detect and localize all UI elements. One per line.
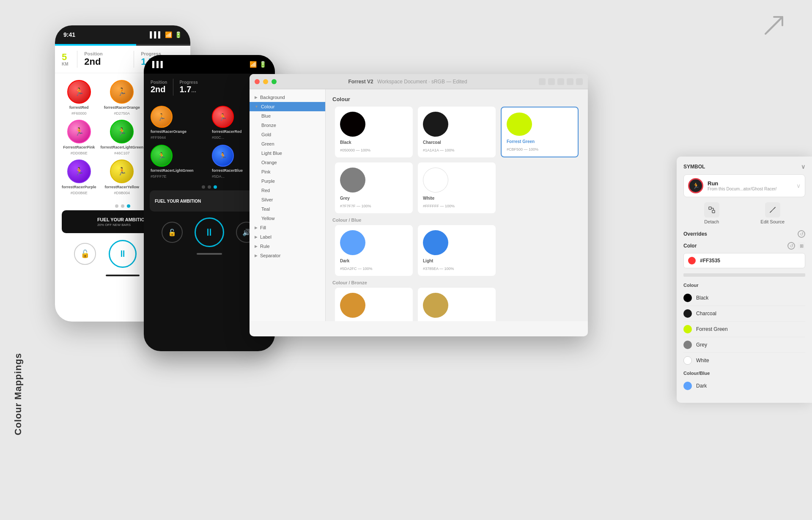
pause-button[interactable]: ⏸ — [195, 217, 224, 247]
phone1-divider2 — [134, 51, 134, 68]
sidebar-item-separator[interactable]: ▶ Separator — [250, 251, 325, 260]
toolbar-btn[interactable] — [557, 78, 564, 85]
sidebar-item-label: Blue — [261, 113, 271, 118]
colour-card-black[interactable]: Black #050000 — 100% — [335, 107, 413, 157]
reset-color-icon[interactable]: ↺ — [787, 242, 795, 250]
colour-dot-white — [683, 356, 692, 365]
sketch-canvas: Colour Black #050000 — 100% Charcoal #1A… — [326, 89, 588, 321]
unlock-button[interactable]: 🔓 — [74, 243, 96, 265]
sidebar-item-yellow[interactable]: Yellow — [250, 214, 325, 223]
edit-source-button[interactable]: Edit Source — [760, 202, 785, 224]
colour-item-charcoal[interactable]: Charcoal — [683, 306, 805, 322]
colour-item-name: White — [696, 358, 709, 363]
colour-blue-section: Colour/Blue Dark — [683, 371, 805, 393]
symbol-section-title: SYMBOL ∨ — [683, 163, 805, 170]
sidebar-item-label: Yellow — [261, 216, 274, 221]
svg-rect-0 — [709, 207, 711, 209]
colour-item-forrest-green[interactable]: Forrest Green — [683, 322, 805, 337]
page-dot — [202, 185, 205, 189]
sidebar-item-label: Light Blue — [261, 151, 282, 156]
sketch-sidebar[interactable]: ▶ Background ▼ Colour Blue Bronze Gold G… — [250, 89, 326, 321]
colour-swatch-grey — [340, 168, 365, 193]
colour-name: Light — [423, 259, 433, 263]
page-dot — [115, 204, 118, 208]
colour-section-label: Colour — [683, 283, 805, 288]
colour-name: Forrest Green — [507, 139, 535, 144]
colour-card-blue-dark[interactable]: Dark #5DA2FC — 100% — [335, 225, 413, 276]
avatar-name: ForrestRacerPink — [63, 145, 95, 149]
phone1-km-value: 5 — [62, 52, 67, 62]
sidebar-item-blue[interactable]: Blue — [250, 111, 325, 121]
pause-button[interactable]: ⏸ — [109, 240, 137, 268]
colour-item-blue-dark[interactable]: Dark — [683, 378, 805, 393]
toolbar-btn[interactable] — [548, 78, 555, 85]
page-dot — [208, 185, 211, 189]
colour-blue-section-label: Colour/Blue — [683, 371, 805, 376]
avatar-color: #00C... — [212, 135, 224, 140]
toolbar-btn[interactable] — [539, 78, 546, 85]
colour-hex: #3785EA — 100% — [423, 267, 454, 271]
colour-card-grey[interactable]: Grey #7F7F7F — 100% — [335, 162, 413, 213]
colour-dot-grey — [683, 341, 692, 349]
colour-section: Colour Black Charcoal Forrest Green Grey… — [683, 283, 805, 368]
sidebar-item-orange[interactable]: Orange — [250, 158, 325, 167]
unlock-button[interactable]: 🔓 — [162, 222, 183, 243]
sidebar-item-label: Colour — [261, 104, 274, 109]
colour-card-white[interactable]: White #FFFFFF — 100% — [418, 162, 496, 213]
colour-card-bronze-dark[interactable]: Dark #D69330 — 100% — [335, 288, 413, 321]
symbol-row[interactable]: 🏃 Run From this Docum...ator/Ghost Racer… — [683, 174, 805, 197]
phone1-time: 9:41 — [63, 31, 75, 38]
sidebar-item-fill[interactable]: ▶ Fill — [250, 223, 325, 232]
detach-button[interactable]: Detach — [704, 202, 719, 224]
phone2-position-value: 2nd — [151, 85, 167, 94]
chevron-right-icon: ▶ — [255, 244, 258, 248]
reset-icon[interactable]: ↺ — [798, 230, 805, 238]
sidebar-item-pink[interactable]: Pink — [250, 167, 325, 176]
minimize-button[interactable] — [263, 79, 268, 84]
color-row[interactable]: #FF3535 — [683, 253, 805, 268]
right-panel: SYMBOL ∨ 🏃 Run From this Docum...ator/Gh… — [677, 157, 812, 403]
sidebar-item-purple[interactable]: Purple — [250, 176, 325, 186]
sketch-window: Forrest V2 Workspace Document · sRGB — E… — [250, 74, 588, 336]
sidebar-item-bronze[interactable]: Bronze — [250, 121, 325, 130]
sidebar-item-label: Orange — [261, 160, 277, 165]
avatar: 🏃 — [67, 160, 91, 183]
edit-source-label: Edit Source — [760, 219, 785, 224]
color-dot-red — [688, 257, 696, 264]
colour-item-name: Dark — [696, 383, 707, 389]
sidebar-item-teal[interactable]: Teal — [250, 204, 325, 214]
toolbar-btn[interactable] — [567, 78, 573, 85]
sidebar-item-label: Teal — [261, 206, 270, 212]
sidebar-item-red[interactable]: Red — [250, 186, 325, 195]
sidebar-item-gold[interactable]: Gold — [250, 130, 325, 139]
colour-card-forrest-green[interactable]: Forrest Green #CBF500 — 100% — [501, 107, 579, 157]
colour-item-grey[interactable]: Grey — [683, 337, 805, 353]
color-slider[interactable] — [683, 273, 805, 277]
chevron-down-icon: ∨ — [801, 163, 805, 170]
maximize-button[interactable] — [272, 79, 277, 84]
colour-card-charcoal[interactable]: Charcoal #1A1A1A — 100% — [418, 107, 496, 157]
sidebar-item-silver[interactable]: Silver — [250, 195, 325, 204]
phone1-home-indicator — [106, 275, 140, 276]
page-dot — [121, 204, 124, 208]
close-button[interactable] — [255, 79, 260, 84]
sidebar-item-green[interactable]: Green — [250, 139, 325, 149]
sidebar-item-rule[interactable]: ▶ Rule — [250, 242, 325, 251]
search-icon[interactable] — [576, 78, 583, 85]
colour-card-blue-light[interactable]: Light #3785EA — 100% — [418, 225, 496, 276]
sidebar-item-label-item[interactable]: ▶ Label — [250, 232, 325, 242]
sidebar-item-background[interactable]: ▶ Background — [250, 93, 325, 102]
grid-icon[interactable]: ⊞ — [798, 242, 805, 250]
colour-card-bronze-light[interactable]: Light #AABC0F — 100% — [418, 288, 496, 321]
sidebar-item-colour[interactable]: ▼ Colour — [250, 102, 325, 111]
avatar-name: forrestRacerOrange — [151, 129, 187, 134]
chevron-right-icon: ▶ — [255, 253, 258, 258]
colour-item-name: Black — [696, 295, 708, 301]
sketch-titlebar: Forrest V2 Workspace Document · sRGB — E… — [250, 74, 588, 89]
colour-item-black[interactable]: Black — [683, 290, 805, 306]
colour-item-white[interactable]: White — [683, 353, 805, 368]
colour-swatch-bronze-dark — [340, 293, 365, 318]
sidebar-item-lightblue[interactable]: Light Blue — [250, 149, 325, 158]
chevron-down-icon: ▼ — [255, 105, 258, 109]
svg-rect-1 — [712, 210, 715, 213]
